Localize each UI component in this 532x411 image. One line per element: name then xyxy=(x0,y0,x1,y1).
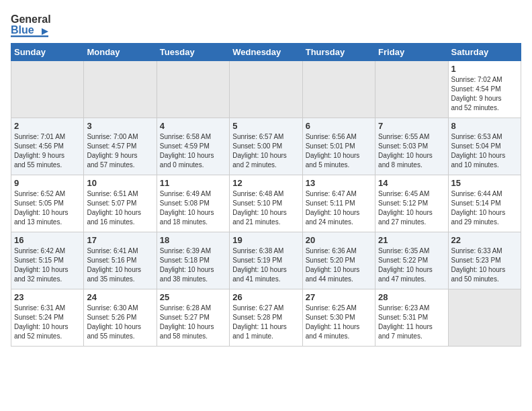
weekday-header-thursday: Thursday xyxy=(302,44,375,61)
day-info: Sunrise: 6:58 AM Sunset: 4:59 PM Dayligh… xyxy=(160,132,226,170)
day-number: 6 xyxy=(306,121,372,131)
calendar-day-cell: 6Sunrise: 6:56 AM Sunset: 5:01 PM Daylig… xyxy=(302,118,375,175)
calendar-day-cell: 16Sunrise: 6:42 AM Sunset: 5:15 PM Dayli… xyxy=(11,232,84,289)
calendar-day-cell: 22Sunrise: 6:33 AM Sunset: 5:23 PM Dayli… xyxy=(448,232,521,289)
day-info: Sunrise: 6:23 AM Sunset: 5:31 PM Dayligh… xyxy=(378,304,445,341)
weekday-header-monday: Monday xyxy=(84,44,157,61)
day-info: Sunrise: 6:45 AM Sunset: 5:12 PM Dayligh… xyxy=(378,189,445,227)
day-number: 22 xyxy=(451,235,518,245)
calendar-day-cell: 7Sunrise: 6:55 AM Sunset: 5:03 PM Daylig… xyxy=(375,118,448,175)
day-info: Sunrise: 6:25 AM Sunset: 5:30 PM Dayligh… xyxy=(306,304,372,341)
calendar-day-cell: 3Sunrise: 7:00 AM Sunset: 4:57 PM Daylig… xyxy=(84,118,157,175)
calendar-day-cell: 4Sunrise: 6:58 AM Sunset: 4:59 PM Daylig… xyxy=(157,118,229,175)
day-info: Sunrise: 6:57 AM Sunset: 5:00 PM Dayligh… xyxy=(232,132,299,170)
day-number: 15 xyxy=(451,178,518,188)
day-number: 1 xyxy=(451,64,518,74)
calendar-day-cell xyxy=(157,61,229,118)
calendar-day-cell: 12Sunrise: 6:48 AM Sunset: 5:10 PM Dayli… xyxy=(230,175,302,232)
day-number: 28 xyxy=(378,292,445,302)
day-info: Sunrise: 6:42 AM Sunset: 5:15 PM Dayligh… xyxy=(14,246,81,284)
day-number: 18 xyxy=(160,235,226,245)
calendar-day-cell: 25Sunrise: 6:28 AM Sunset: 5:27 PM Dayli… xyxy=(157,289,229,347)
day-info: Sunrise: 6:28 AM Sunset: 5:27 PM Dayligh… xyxy=(160,304,226,341)
day-number: 12 xyxy=(232,178,299,188)
calendar-day-cell: 5Sunrise: 6:57 AM Sunset: 5:00 PM Daylig… xyxy=(230,118,302,175)
day-info: Sunrise: 6:41 AM Sunset: 5:16 PM Dayligh… xyxy=(87,246,153,284)
day-info: Sunrise: 6:38 AM Sunset: 5:19 PM Dayligh… xyxy=(232,246,299,284)
weekday-header-friday: Friday xyxy=(375,44,448,61)
calendar-week-row: 16Sunrise: 6:42 AM Sunset: 5:15 PM Dayli… xyxy=(11,232,521,289)
day-number: 3 xyxy=(87,121,153,131)
day-number: 19 xyxy=(232,235,299,245)
calendar-day-cell xyxy=(84,61,157,118)
calendar-day-cell xyxy=(448,289,521,347)
calendar-day-cell xyxy=(11,61,84,118)
day-info: Sunrise: 6:51 AM Sunset: 5:07 PM Dayligh… xyxy=(87,189,153,227)
day-info: Sunrise: 6:48 AM Sunset: 5:10 PM Dayligh… xyxy=(232,189,299,227)
calendar-day-cell: 8Sunrise: 6:53 AM Sunset: 5:04 PM Daylig… xyxy=(448,118,521,175)
calendar-day-cell: 28Sunrise: 6:23 AM Sunset: 5:31 PM Dayli… xyxy=(375,289,448,347)
day-info: Sunrise: 6:49 AM Sunset: 5:08 PM Dayligh… xyxy=(160,189,226,227)
day-info: Sunrise: 7:01 AM Sunset: 4:56 PM Dayligh… xyxy=(14,132,81,170)
day-number: 13 xyxy=(306,178,372,188)
day-info: Sunrise: 6:33 AM Sunset: 5:23 PM Dayligh… xyxy=(451,246,518,284)
calendar-day-cell xyxy=(375,61,448,118)
day-number: 11 xyxy=(160,178,226,188)
calendar-day-cell: 19Sunrise: 6:38 AM Sunset: 5:19 PM Dayli… xyxy=(230,232,302,289)
day-number: 8 xyxy=(451,121,518,131)
calendar-day-cell: 18Sunrise: 6:39 AM Sunset: 5:18 PM Dayli… xyxy=(157,232,229,289)
day-number: 27 xyxy=(306,292,372,302)
page-container: General Blue SundayMondayTuesdayWednesda… xyxy=(0,0,532,352)
day-number: 23 xyxy=(14,292,81,302)
day-info: Sunrise: 6:27 AM Sunset: 5:28 PM Dayligh… xyxy=(232,304,299,341)
calendar-day-cell: 23Sunrise: 6:31 AM Sunset: 5:24 PM Dayli… xyxy=(11,289,84,347)
calendar-table: SundayMondayTuesdayWednesdayThursdayFrid… xyxy=(11,43,521,347)
calendar-day-cell xyxy=(302,61,375,118)
svg-text:Blue: Blue xyxy=(11,24,34,36)
calendar-week-row: 9Sunrise: 6:52 AM Sunset: 5:05 PM Daylig… xyxy=(11,175,521,232)
day-info: Sunrise: 6:44 AM Sunset: 5:14 PM Dayligh… xyxy=(451,189,518,227)
calendar-day-cell: 11Sunrise: 6:49 AM Sunset: 5:08 PM Dayli… xyxy=(157,175,229,232)
day-number: 20 xyxy=(306,235,372,245)
day-info: Sunrise: 6:36 AM Sunset: 5:20 PM Dayligh… xyxy=(306,246,372,284)
logo: General Blue xyxy=(11,11,54,38)
day-number: 26 xyxy=(232,292,299,302)
svg-text:General: General xyxy=(11,13,51,25)
calendar-day-cell: 14Sunrise: 6:45 AM Sunset: 5:12 PM Dayli… xyxy=(375,175,448,232)
day-info: Sunrise: 7:02 AM Sunset: 4:54 PM Dayligh… xyxy=(451,75,518,113)
weekday-header-sunday: Sunday xyxy=(11,44,84,61)
calendar-day-cell: 1Sunrise: 7:02 AM Sunset: 4:54 PM Daylig… xyxy=(448,61,521,118)
day-info: Sunrise: 6:56 AM Sunset: 5:01 PM Dayligh… xyxy=(306,132,372,170)
calendar-day-cell: 21Sunrise: 6:35 AM Sunset: 5:22 PM Dayli… xyxy=(375,232,448,289)
calendar-day-cell: 26Sunrise: 6:27 AM Sunset: 5:28 PM Dayli… xyxy=(230,289,302,347)
weekday-header-saturday: Saturday xyxy=(448,44,521,61)
calendar-day-cell: 20Sunrise: 6:36 AM Sunset: 5:20 PM Dayli… xyxy=(302,232,375,289)
day-number: 16 xyxy=(14,235,81,245)
day-info: Sunrise: 6:31 AM Sunset: 5:24 PM Dayligh… xyxy=(14,304,81,341)
calendar-day-cell: 17Sunrise: 6:41 AM Sunset: 5:16 PM Dayli… xyxy=(84,232,157,289)
day-number: 10 xyxy=(87,178,153,188)
day-number: 5 xyxy=(232,121,299,131)
day-info: Sunrise: 6:55 AM Sunset: 5:03 PM Dayligh… xyxy=(378,132,445,170)
calendar-day-cell: 24Sunrise: 6:30 AM Sunset: 5:26 PM Dayli… xyxy=(84,289,157,347)
day-number: 2 xyxy=(14,121,81,131)
day-number: 21 xyxy=(378,235,445,245)
calendar-day-cell: 10Sunrise: 6:51 AM Sunset: 5:07 PM Dayli… xyxy=(84,175,157,232)
day-number: 7 xyxy=(378,121,445,131)
calendar-day-cell: 15Sunrise: 6:44 AM Sunset: 5:14 PM Dayli… xyxy=(448,175,521,232)
day-info: Sunrise: 6:53 AM Sunset: 5:04 PM Dayligh… xyxy=(451,132,518,170)
day-number: 25 xyxy=(160,292,226,302)
header: General Blue xyxy=(11,11,521,38)
calendar-header-row: SundayMondayTuesdayWednesdayThursdayFrid… xyxy=(11,44,521,61)
day-info: Sunrise: 6:52 AM Sunset: 5:05 PM Dayligh… xyxy=(14,189,81,227)
day-number: 17 xyxy=(87,235,153,245)
svg-marker-2 xyxy=(42,28,48,35)
day-info: Sunrise: 6:47 AM Sunset: 5:11 PM Dayligh… xyxy=(306,189,372,227)
logo-icon: General Blue xyxy=(11,11,51,38)
calendar-day-cell xyxy=(230,61,302,118)
day-info: Sunrise: 6:39 AM Sunset: 5:18 PM Dayligh… xyxy=(160,246,226,284)
day-info: Sunrise: 6:35 AM Sunset: 5:22 PM Dayligh… xyxy=(378,246,445,284)
day-info: Sunrise: 7:00 AM Sunset: 4:57 PM Dayligh… xyxy=(87,132,153,170)
calendar-day-cell: 27Sunrise: 6:25 AM Sunset: 5:30 PM Dayli… xyxy=(302,289,375,347)
day-number: 14 xyxy=(378,178,445,188)
